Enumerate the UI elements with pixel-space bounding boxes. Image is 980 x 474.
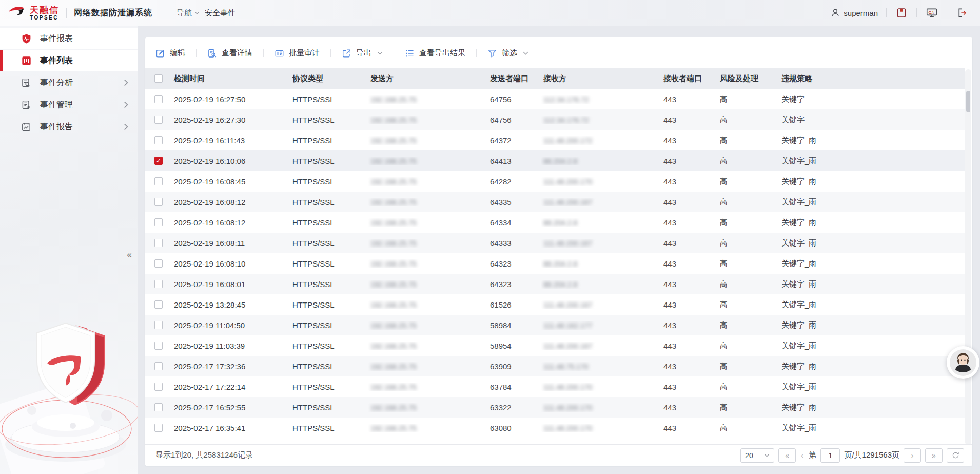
cell-risk: 高 [718,238,779,248]
row-checkbox[interactable] [154,239,163,247]
sidebar: 事件报表事件列表事件分析事件管理事件报告 « [0,26,138,474]
user-menu[interactable]: superman [830,8,878,18]
row-checkbox[interactable] [154,383,163,391]
cell-risk: 高 [718,320,779,330]
row-checkbox[interactable] [154,300,163,309]
refresh-button[interactable] [947,448,964,463]
page-size-select[interactable]: 20 [740,448,774,463]
cell-sender-port: 58984 [488,321,541,330]
cell-receiver: 88.204.2.8 [541,218,661,227]
table-row[interactable]: 2025-02-19 16:08:12HTTPS/SSL192.168.25.7… [145,192,965,212]
table-row[interactable]: 2025-02-19 16:27:30HTTPS/SSL192.168.25.7… [145,109,965,130]
save-config-button[interactable] [895,6,908,20]
table-row[interactable]: 2025-02-19 16:11:43HTTPS/SSL192.168.25.7… [145,130,965,150]
cell-protocol: HTTPS/SSL [290,321,368,330]
table-row[interactable]: 2025-02-19 16:08:01HTTPS/SSL192.168.25.7… [145,274,965,294]
toolbar-divider [330,49,331,57]
cell-protocol: HTTPS/SSL [290,300,368,309]
cell-receiver: 111.48.200.167 [541,239,661,248]
row-checkbox[interactable] [154,424,163,432]
table-row[interactable]: ✓2025-02-19 16:10:06HTTPS/SSL192.168.25.… [145,150,965,171]
row-checkbox[interactable] [154,321,163,329]
disk-icon [896,7,907,18]
sidebar-item-event-management[interactable]: 事件管理 [0,94,138,116]
edit-icon [155,48,165,58]
table-row[interactable]: 2025-02-17 16:52:55HTTPS/SSL192.168.25.7… [145,397,965,418]
sidebar-item-event-reports[interactable]: 事件报表 [0,28,138,49]
row-checkbox[interactable] [154,116,163,124]
sidebar-item-event-analysis[interactable]: 事件分析 [0,72,138,93]
next-page-button[interactable]: › [904,448,921,463]
first-page-button[interactable]: « [778,448,796,463]
cell-sender: 192.168.25.75 [368,177,488,186]
row-checkbox[interactable] [154,403,163,411]
cell-risk: 高 [718,259,779,269]
cell-risk: 高 [718,136,779,145]
cell-protocol: HTTPS/SSL [290,259,368,268]
table-row[interactable]: 2025-02-19 16:08:45HTTPS/SSL192.168.25.7… [145,171,965,192]
row-checkbox[interactable] [154,218,163,226]
row-checkbox[interactable] [154,362,163,370]
row-checkbox[interactable] [154,342,163,350]
toolbar-button-label: 导出 [356,48,371,58]
nav-menu-dropdown[interactable]: 导航 [177,8,200,18]
export-button[interactable]: 导出 [342,48,383,58]
table-row[interactable]: 2025-02-17 17:32:36HTTPS/SSL192.168.25.7… [145,356,965,376]
cell-receiver-port: 443 [661,239,718,248]
table-row[interactable]: 2025-02-19 11:04:50HTTPS/SSL192.168.25.7… [145,315,965,335]
table-row[interactable]: 2025-02-19 16:08:12HTTPS/SSL192.168.25.7… [145,212,965,233]
svg-text:C:\: C:\ [928,10,934,15]
cell-sender: 192.168.25.75 [368,342,488,350]
prev-page-button[interactable]: ‹ [800,451,805,460]
console-button[interactable]: C:\ [925,6,938,20]
batch-audit-button[interactable]: 批量审计 [275,48,320,58]
sidebar-collapse-button[interactable]: « [122,247,135,262]
sidebar-item-event-list[interactable]: 事件列表 [0,50,138,71]
row-checkbox[interactable] [154,177,163,185]
logout-icon [956,7,968,18]
page-number-input[interactable] [820,448,840,463]
cell-protocol: HTTPS/SSL [290,157,368,165]
row-checkbox[interactable] [154,136,163,144]
toolbar-divider [263,49,264,57]
vertical-scrollbar[interactable] [965,69,971,445]
cell-sender: 192.168.25.75 [368,239,488,248]
sidebar-item-label: 事件列表 [40,55,73,66]
table-row[interactable]: 2025-02-19 16:27:50HTTPS/SSL192.168.25.7… [145,89,965,109]
table-row[interactable]: 2025-02-19 13:28:45HTTPS/SSL192.168.25.7… [145,294,965,315]
row-checkbox[interactable] [154,280,163,288]
table-row[interactable]: 2025-02-19 11:03:39HTTPS/SSL192.168.25.7… [145,335,965,356]
cell-detect-time: 2025-02-19 16:27:50 [172,95,290,104]
view-details-button[interactable]: 查看详情 [207,48,252,58]
refresh-icon [952,451,959,459]
cell-receiver: 88.204.2.8 [541,259,661,268]
assistant-avatar[interactable] [947,346,979,379]
last-page-button[interactable]: » [925,448,943,463]
cell-sender: 192.168.25.75 [368,198,488,206]
filter-button[interactable]: 筛选 [487,48,528,58]
edit-button[interactable]: 编辑 [155,48,185,58]
column-header-0: 检测时间 [172,74,290,84]
list-icon [405,48,415,58]
table-row[interactable]: 2025-02-19 16:08:10HTTPS/SSL192.168.25.7… [145,253,965,274]
records-summary: 显示1到20, 共25831246记录 [155,450,253,460]
cell-detect-time: 2025-02-17 17:22:14 [172,383,290,391]
view-export-results-button[interactable]: 查看导出结果 [405,48,465,58]
select-all-checkbox[interactable] [154,74,163,83]
brand-logo: 天融信 TOPSEC [7,5,59,21]
row-checkbox[interactable] [154,259,163,268]
row-checkbox[interactable]: ✓ [154,157,163,165]
pagination-bar: 显示1到20, 共25831246记录 20 « ‹ 第 页/共1291563页… [145,444,972,466]
sidebar-item-event-report[interactable]: 事件报告 [0,116,138,138]
cell-receiver-port: 443 [661,136,718,145]
cell-policy: 关键字 [779,94,965,104]
row-checkbox[interactable] [154,95,163,103]
cell-sender: 192.168.25.75 [368,300,488,309]
logout-button[interactable] [955,6,969,20]
table-row[interactable]: 2025-02-17 17:22:14HTTPS/SSL192.168.25.7… [145,376,965,397]
table-row[interactable]: 2025-02-17 16:35:41HTTPS/SSL192.168.25.7… [145,418,965,438]
table-row[interactable]: 2025-02-19 16:08:11HTTPS/SSL192.168.25.7… [145,233,965,253]
scrollbar-thumb[interactable] [966,91,970,112]
doc-magnifier-icon [207,48,217,58]
row-checkbox[interactable] [154,198,163,206]
